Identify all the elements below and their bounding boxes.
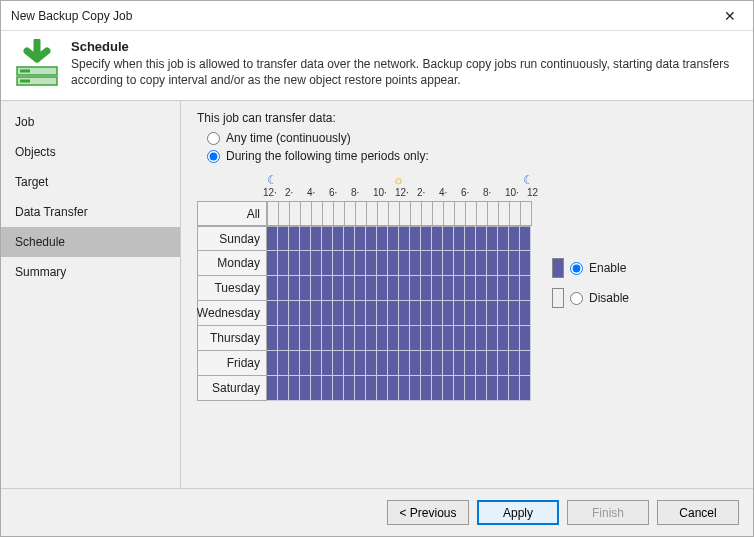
hour-cell[interactable] bbox=[311, 376, 322, 401]
hour-cell[interactable] bbox=[455, 201, 466, 226]
hour-cell[interactable] bbox=[300, 226, 311, 251]
hour-cell[interactable] bbox=[267, 226, 278, 251]
hour-cell[interactable] bbox=[333, 226, 344, 251]
hour-cell[interactable] bbox=[520, 251, 531, 276]
hour-cell[interactable] bbox=[267, 351, 278, 376]
hour-cell[interactable] bbox=[267, 301, 278, 326]
hour-cell[interactable] bbox=[476, 376, 487, 401]
hour-cell[interactable] bbox=[388, 376, 399, 401]
hour-cell[interactable] bbox=[388, 351, 399, 376]
hour-cell[interactable] bbox=[509, 326, 520, 351]
hour-cell[interactable] bbox=[278, 251, 289, 276]
legend-enable-radio[interactable] bbox=[570, 262, 583, 275]
hour-cell[interactable] bbox=[300, 376, 311, 401]
hour-cell[interactable] bbox=[289, 276, 300, 301]
hour-cell[interactable] bbox=[498, 351, 509, 376]
hour-cell[interactable] bbox=[322, 301, 333, 326]
hour-cell[interactable] bbox=[499, 201, 510, 226]
hour-cell[interactable] bbox=[312, 201, 323, 226]
hour-cell[interactable] bbox=[300, 251, 311, 276]
hour-cell[interactable] bbox=[520, 351, 531, 376]
hour-cell[interactable] bbox=[465, 301, 476, 326]
hour-cell[interactable] bbox=[322, 251, 333, 276]
hour-cell[interactable] bbox=[311, 326, 322, 351]
hour-cell[interactable] bbox=[487, 326, 498, 351]
sidebar-item-summary[interactable]: Summary bbox=[1, 257, 180, 287]
hour-cell[interactable] bbox=[509, 251, 520, 276]
hour-cell[interactable] bbox=[377, 351, 388, 376]
hour-cell[interactable] bbox=[520, 226, 531, 251]
hour-cell[interactable] bbox=[388, 326, 399, 351]
hour-cell[interactable] bbox=[311, 276, 322, 301]
hour-cell[interactable] bbox=[432, 376, 443, 401]
hour-cell[interactable] bbox=[443, 376, 454, 401]
hour-cell[interactable] bbox=[399, 276, 410, 301]
hour-cell[interactable] bbox=[278, 276, 289, 301]
hour-cell[interactable] bbox=[432, 251, 443, 276]
radio-anytime-input[interactable] bbox=[207, 132, 220, 145]
hour-cell[interactable] bbox=[476, 326, 487, 351]
hour-cell[interactable] bbox=[432, 301, 443, 326]
hour-cell[interactable] bbox=[498, 326, 509, 351]
hour-cell[interactable] bbox=[389, 201, 400, 226]
hour-cell[interactable] bbox=[366, 301, 377, 326]
day-label[interactable]: Wednesday bbox=[197, 301, 267, 326]
hour-cell[interactable] bbox=[322, 376, 333, 401]
hour-cell[interactable] bbox=[487, 351, 498, 376]
hour-cell[interactable] bbox=[366, 376, 377, 401]
hour-cell[interactable] bbox=[388, 226, 399, 251]
hour-cell[interactable] bbox=[355, 251, 366, 276]
hour-cell[interactable] bbox=[421, 251, 432, 276]
hour-cell[interactable] bbox=[454, 376, 465, 401]
sidebar-item-target[interactable]: Target bbox=[1, 167, 180, 197]
hour-cell[interactable] bbox=[410, 301, 421, 326]
hour-cell[interactable] bbox=[410, 251, 421, 276]
hour-cell[interactable] bbox=[520, 326, 531, 351]
hour-cell[interactable] bbox=[311, 351, 322, 376]
hour-cell[interactable] bbox=[509, 301, 520, 326]
hour-cell[interactable] bbox=[344, 226, 355, 251]
hour-cell[interactable] bbox=[355, 226, 366, 251]
hour-cell[interactable] bbox=[465, 226, 476, 251]
hour-cell[interactable] bbox=[322, 326, 333, 351]
hour-cell[interactable] bbox=[355, 376, 366, 401]
hour-cell[interactable] bbox=[334, 201, 345, 226]
hour-cell[interactable] bbox=[443, 251, 454, 276]
hour-cell[interactable] bbox=[289, 351, 300, 376]
hour-cell[interactable] bbox=[289, 301, 300, 326]
hour-cell[interactable] bbox=[465, 376, 476, 401]
hour-cell[interactable] bbox=[344, 301, 355, 326]
hour-cell[interactable] bbox=[476, 251, 487, 276]
hour-cell[interactable] bbox=[388, 276, 399, 301]
hour-cell[interactable] bbox=[333, 251, 344, 276]
hour-cell[interactable] bbox=[454, 276, 465, 301]
hour-cell[interactable] bbox=[411, 201, 422, 226]
hour-cell[interactable] bbox=[355, 301, 366, 326]
cancel-button[interactable]: Cancel bbox=[657, 500, 739, 525]
legend-enable[interactable]: Enable bbox=[552, 258, 629, 278]
hour-cell[interactable] bbox=[400, 201, 411, 226]
radio-periods[interactable]: During the following time periods only: bbox=[207, 149, 737, 163]
hour-cell[interactable] bbox=[399, 326, 410, 351]
hour-cell[interactable] bbox=[421, 376, 432, 401]
hour-cell[interactable] bbox=[443, 326, 454, 351]
hour-cell[interactable] bbox=[498, 376, 509, 401]
hour-cell[interactable] bbox=[443, 301, 454, 326]
hour-cell[interactable] bbox=[476, 226, 487, 251]
legend-disable[interactable]: Disable bbox=[552, 288, 629, 308]
hour-cell[interactable] bbox=[377, 251, 388, 276]
hour-cell[interactable] bbox=[333, 376, 344, 401]
hour-cell[interactable] bbox=[410, 276, 421, 301]
previous-button[interactable]: < Previous bbox=[387, 500, 469, 525]
hour-cell[interactable] bbox=[377, 326, 388, 351]
hour-cell[interactable] bbox=[289, 226, 300, 251]
hour-cell[interactable] bbox=[422, 201, 433, 226]
radio-periods-input[interactable] bbox=[207, 150, 220, 163]
hour-cell[interactable] bbox=[444, 201, 455, 226]
hour-cell[interactable] bbox=[520, 276, 531, 301]
hour-cell[interactable] bbox=[367, 201, 378, 226]
hour-cell[interactable] bbox=[465, 326, 476, 351]
hour-cell[interactable] bbox=[322, 226, 333, 251]
hour-cell[interactable] bbox=[498, 301, 509, 326]
hour-cell[interactable] bbox=[279, 201, 290, 226]
